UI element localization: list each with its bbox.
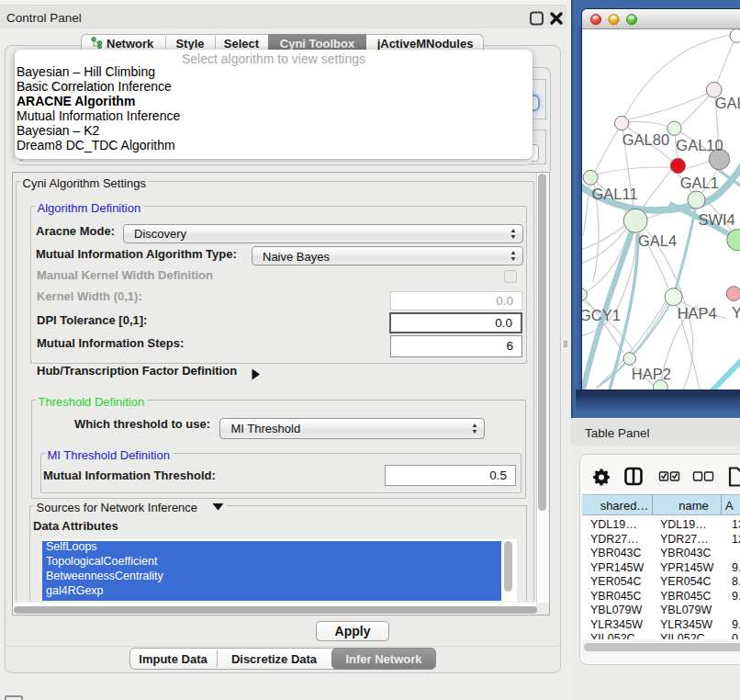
svg-text:Y: Y <box>732 304 740 321</box>
svg-text:SWI4: SWI4 <box>698 211 734 228</box>
svg-text:GAL: GAL <box>715 95 740 111</box>
svg-text:GAL1: GAL1 <box>680 175 719 191</box>
svg-text:GAL80: GAL80 <box>622 131 669 148</box>
svg-text:GAL11: GAL11 <box>592 186 638 202</box>
svg-text:GCY1: GCY1 <box>582 307 621 323</box>
svg-text:HAP4: HAP4 <box>678 305 717 322</box>
svg-text:GAL4: GAL4 <box>638 232 677 249</box>
svg-text:GAL10: GAL10 <box>676 137 723 153</box>
svg-text:HAP2: HAP2 <box>632 366 671 382</box>
